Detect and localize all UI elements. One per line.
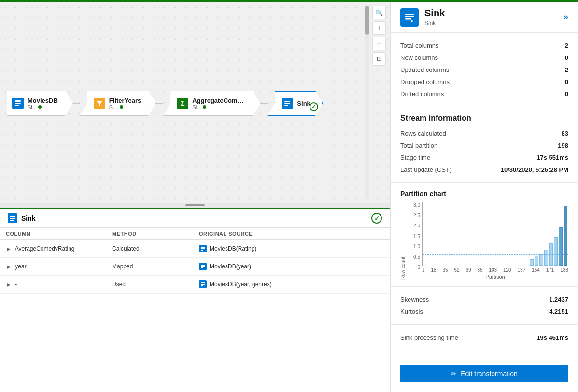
chart-container: Row count 3.02.52.01.51.00.50 — [400, 202, 568, 280]
moviesdb-text: MoviesDB Si... — [28, 97, 58, 110]
stat-row: Drifted columns 0 — [400, 88, 568, 100]
x-axis-tick: 103 — [489, 267, 497, 273]
skewness-kurtosis-section: Skewness 1.2437 Kurtosis 4.2151 — [391, 287, 578, 325]
node-moviesdb[interactable]: MoviesDB Si... — [7, 91, 73, 116]
canvas-scrollbar[interactable] — [365, 6, 369, 199]
node-filteryears[interactable]: FilterYears Si... — [80, 91, 156, 116]
moviesdb-icon — [12, 98, 24, 109]
stat-value: 0 — [565, 78, 568, 85]
table-row[interactable]: ▶ year Mapped MoviesDB(year) — [0, 258, 390, 276]
stream-info-section: Stream information Rows calculated 83 To… — [391, 107, 578, 183]
skew-label: Skewness — [400, 296, 429, 303]
filteryears-title: FilterYears — [109, 97, 141, 104]
stat-value: 0 — [565, 54, 568, 61]
panel-expand-btn[interactable]: » — [564, 12, 568, 22]
zoom-out-btn[interactable]: − — [372, 37, 386, 50]
table-row[interactable]: ▶ - Used MoviesDB(year, genres) — [0, 276, 390, 294]
x-axis-tick: 171 — [546, 267, 554, 273]
row-method: Mapped — [106, 258, 193, 276]
stats-section: Total columns 2 New columns 0 Updated co… — [391, 33, 578, 107]
stat-value: 2 — [565, 66, 568, 73]
panel-header: Sink Sink » — [391, 0, 578, 33]
bottom-check-icon: ✓ — [371, 213, 382, 224]
edit-transformation-section: ✏ Edit transformation — [391, 359, 578, 392]
right-panel: Sink Sink » Total columns 2 New columns … — [390, 0, 578, 392]
row-source: MoviesDB(year, genres) — [193, 276, 390, 294]
stat-label: New columns — [400, 54, 438, 61]
pipeline-flow: MoviesDB Si... FilterYears Si... — [7, 91, 323, 116]
divider-handle — [185, 204, 205, 206]
chart-plot-area: 11835526986103120137154171188 Partition — [422, 202, 568, 280]
stream-value: 198 — [558, 142, 568, 149]
svg-rect-20 — [405, 16, 414, 17]
chart-title: Partition chart — [400, 190, 568, 197]
svg-rect-16 — [201, 282, 205, 283]
svg-rect-15 — [201, 267, 203, 268]
svg-rect-17 — [201, 284, 205, 285]
table-row[interactable]: ▶ AverageComedyRating Calculated MoviesD… — [0, 240, 390, 258]
stream-label: Rows calculated — [400, 130, 446, 137]
svg-rect-19 — [405, 14, 414, 15]
search-toolbar-btn[interactable]: 🔍 — [372, 6, 386, 19]
edit-transformation-button[interactable]: ✏ Edit transformation — [400, 365, 568, 382]
sink-bottom-icon — [8, 213, 17, 223]
x-axis-tick: 137 — [518, 267, 526, 273]
canvas-toolbar: 🔍 + − ⊡ — [372, 6, 386, 66]
sink-node-text: Sink — [297, 100, 310, 107]
svg-rect-12 — [201, 250, 203, 251]
x-axis-tick: 18 — [431, 267, 436, 273]
stat-label: Dropped columns — [400, 78, 450, 85]
sink-processing-row: Sink processing time 19s 461ms — [400, 332, 568, 344]
svg-rect-0 — [15, 100, 21, 102]
svg-rect-14 — [201, 266, 205, 267]
x-axis-tick: 188 — [560, 267, 568, 273]
aggregate-title: AggregateComedies... — [192, 97, 245, 104]
y-axis-tick: 0.5 — [408, 254, 420, 260]
col-header-column: COLUMN — [0, 228, 106, 240]
bottom-panel-title: Sink — [21, 214, 367, 222]
stat-label: Updated columns — [400, 66, 449, 73]
aggregate-icon: Σ — [177, 98, 188, 109]
row-source: MoviesDB(year) — [193, 258, 390, 276]
panel-title: Sink — [424, 8, 445, 19]
stream-row: Rows calculated 83 — [400, 127, 568, 140]
svg-rect-9 — [10, 220, 14, 221]
svg-rect-13 — [201, 265, 205, 266]
green-top-bar — [0, 0, 578, 2]
moviesdb-title: MoviesDB — [28, 97, 58, 104]
sink-check-badge: ✓ — [310, 102, 318, 111]
svg-rect-6 — [284, 105, 288, 106]
stream-value: 83 — [562, 130, 568, 137]
sink-processing-label: Sink processing time — [400, 334, 458, 341]
chart-bars — [530, 202, 568, 266]
zoom-in-btn[interactable]: + — [372, 21, 386, 35]
row-expand-btn[interactable]: ▶ — [6, 263, 12, 270]
stat-label: Total columns — [400, 42, 438, 49]
sink-panel-icon — [400, 8, 419, 27]
pipeline-canvas: MoviesDB Si... FilterYears Si... — [0, 2, 390, 205]
filteryears-text: FilterYears Si... — [109, 97, 141, 110]
node-aggregate[interactable]: Σ AggregateComedies... Si... — [163, 91, 260, 116]
sink-processing-value: 19s 461ms — [536, 334, 568, 341]
node-sink[interactable]: Sink ✓ — [267, 91, 323, 116]
moviesdb-subtitle: Si... — [28, 104, 58, 110]
stream-value: 17s 551ms — [536, 154, 568, 161]
stat-value: 0 — [565, 90, 568, 98]
stat-value: 2 — [565, 42, 568, 49]
canvas-bottom-divider[interactable] — [0, 203, 390, 208]
sink-processing-section: Sink processing time 19s 461ms — [391, 325, 578, 348]
pencil-icon: ✏ — [451, 370, 457, 378]
stream-row: Last update (CST) 10/30/2020, 5:26:28 PM — [400, 164, 568, 176]
y-axis-label: Row count — [400, 202, 406, 280]
edit-transformation-label: Edit transformation — [461, 370, 518, 378]
row-expand-btn[interactable]: ▶ — [6, 245, 12, 252]
data-table-container: COLUMN METHOD ORIGINAL SOURCE ▶ AverageC… — [0, 228, 390, 392]
skew-row: Skewness 1.2437 — [400, 294, 568, 306]
x-axis-tick: 86 — [477, 267, 482, 273]
x-axis-tick: 1 — [422, 267, 425, 273]
row-column: ▶ year — [0, 258, 106, 276]
sink-node-icon — [282, 98, 293, 109]
filteryears-icon — [94, 98, 105, 109]
row-expand-btn[interactable]: ▶ — [6, 281, 12, 288]
fit-btn[interactable]: ⊡ — [372, 52, 386, 66]
